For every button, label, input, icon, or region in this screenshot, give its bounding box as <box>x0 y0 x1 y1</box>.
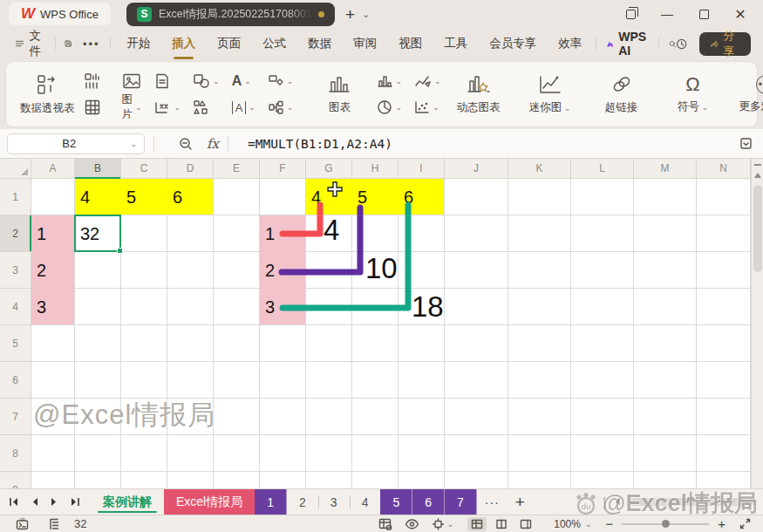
more-objects-button[interactable]: ••• 更多对象 ⌄ <box>739 75 763 114</box>
menu-item-插入[interactable]: 插入 <box>172 36 195 51</box>
select-all-corner[interactable] <box>0 159 31 179</box>
menu-item-数据[interactable]: 数据 <box>308 36 331 51</box>
menu-item-公式[interactable]: 公式 <box>262 36 286 51</box>
outline-icon[interactable] <box>48 518 60 530</box>
sheet-tab-4[interactable]: 4 <box>350 489 381 515</box>
menu-item-审阅[interactable]: 审阅 <box>353 36 377 51</box>
vscroll-thumb[interactable] <box>753 185 762 272</box>
column-header-K[interactable]: K <box>508 159 571 179</box>
sparkline-button[interactable]: 迷你图 ⌄ <box>525 74 576 115</box>
chart-button[interactable]: 图表 <box>314 74 364 115</box>
shapes-button[interactable]: ⌄ <box>193 71 220 92</box>
menu-item-开始[interactable]: 开始 <box>126 36 150 51</box>
zoom-slider-thumb[interactable] <box>662 520 670 528</box>
picture-button[interactable]: 图片⌄ <box>122 97 142 118</box>
sheet-tab-Excel情报局[interactable]: Excel情报局 <box>164 489 255 515</box>
menu-item-效率[interactable]: 效率 <box>558 36 582 51</box>
column-header-M[interactable]: M <box>634 159 697 179</box>
column-chart-button[interactable]: ⌄ <box>377 71 402 92</box>
tab-list-chevron-icon[interactable]: ⌄ <box>362 9 370 20</box>
table-style-icon[interactable] <box>378 518 392 530</box>
menu-item-工具[interactable]: 工具 <box>444 36 467 51</box>
zoom-out-icon[interactable] <box>179 137 193 151</box>
flowchart-button[interactable]: ⌄ <box>268 71 294 92</box>
column-header-H[interactable]: H <box>352 159 399 179</box>
pie-chart-button[interactable]: ⌄ <box>377 97 402 118</box>
eye-icon[interactable] <box>405 519 419 529</box>
textbox-button[interactable]: A⌄ <box>232 97 255 118</box>
close-button[interactable]: ✕ <box>733 7 747 21</box>
new-tab-button[interactable]: + <box>345 6 355 23</box>
sheet-tab-案例讲解[interactable]: 案例讲解 <box>91 489 164 515</box>
workspace-icon[interactable] <box>623 7 637 21</box>
symbol-button[interactable]: Ω 符号 ⌄ <box>668 75 719 114</box>
page-break-view-button[interactable] <box>516 517 535 531</box>
file-embed-button[interactable] <box>154 71 181 92</box>
expand-formula-bar-icon[interactable] <box>739 137 753 150</box>
zoom-slider[interactable] <box>622 523 709 525</box>
pivot-chart-button[interactable] <box>84 71 101 92</box>
share-button[interactable]: 分享 <box>699 32 751 56</box>
fx-button[interactable]: fx <box>207 136 219 152</box>
column-header-B[interactable]: B <box>75 159 121 179</box>
sheet-tab-5[interactable]: 5 <box>380 489 412 515</box>
search-icon[interactable] <box>669 38 676 51</box>
add-sheet-button[interactable]: + <box>508 489 533 515</box>
history-icon[interactable] <box>676 37 687 51</box>
screenshot-button[interactable]: ⌄ <box>154 97 181 118</box>
column-header-C[interactable]: C <box>121 159 167 179</box>
app-home-button[interactable]: W WPS Office <box>9 3 111 25</box>
first-sheet-icon[interactable] <box>9 497 19 507</box>
zoom-level[interactable]: 100% <box>554 518 581 530</box>
page-layout-view-button[interactable] <box>492 517 511 531</box>
column-header-D[interactable]: D <box>167 159 214 179</box>
move-selection-icon[interactable]: ⌄ <box>432 518 454 530</box>
file-menu-button[interactable]: 文件 <box>16 28 45 59</box>
column-header-L[interactable]: L <box>571 159 634 179</box>
column-header-N[interactable]: N <box>697 159 751 179</box>
spreadsheet-grid[interactable]: ABCDEFGHIJKLMN @Excel情报局 123456789456456… <box>0 159 763 488</box>
scroll-up-icon[interactable] <box>754 173 761 178</box>
vertical-scrollbar[interactable] <box>751 159 763 488</box>
wps-ai-label[interactable]: WPS AI <box>618 30 646 58</box>
save-icon[interactable] <box>65 37 72 51</box>
fullscreen-icon[interactable] <box>739 518 751 529</box>
scatter-chart-button[interactable]: ⌄ <box>414 97 441 118</box>
hyperlink-button[interactable]: 超链接 <box>596 74 647 115</box>
sheet-tab-1[interactable]: 1 <box>255 489 287 515</box>
menu-item-视图[interactable]: 视图 <box>399 36 422 51</box>
column-header-G[interactable]: G <box>306 159 352 179</box>
line-chart-button[interactable]: ⌄ <box>414 71 441 92</box>
sheet-tab-3[interactable]: 3 <box>318 489 350 515</box>
column-header-J[interactable]: J <box>445 159 508 179</box>
maximize-button[interactable] <box>697 7 711 21</box>
menu-item-会员专享[interactable]: 会员专享 <box>489 36 536 51</box>
minimize-button[interactable]: — <box>660 7 674 21</box>
prev-sheet-icon[interactable] <box>31 497 38 507</box>
zoom-chevron-icon[interactable]: ⌄ <box>585 520 592 529</box>
menu-item-页面[interactable]: 页面 <box>217 36 241 51</box>
column-header-I[interactable]: I <box>399 159 445 179</box>
name-box[interactable]: B2 ⌄ <box>7 133 145 154</box>
last-sheet-icon[interactable] <box>70 497 80 507</box>
wordart-button[interactable]: A⌄ <box>232 71 255 92</box>
column-header-E[interactable]: E <box>214 159 260 179</box>
sheet-tab-6[interactable]: 6 <box>412 489 445 515</box>
macro-icon[interactable]: VB <box>16 518 29 530</box>
dynamic-chart-button[interactable]: 动态图表 <box>453 74 504 115</box>
next-sheet-icon[interactable] <box>51 497 58 507</box>
sheet-tab-2[interactable]: 2 <box>287 489 318 515</box>
document-tab[interactable]: S Excel情报局.202502251708001 <box>126 3 335 26</box>
column-header-F[interactable]: F <box>260 159 306 179</box>
split-handle-icon[interactable] <box>754 164 761 166</box>
normal-view-button[interactable] <box>467 517 487 531</box>
sheet-tab-7[interactable]: 7 <box>445 489 477 515</box>
more-sheets-button[interactable]: ··· <box>477 489 508 515</box>
pivot-table-button[interactable]: 数据透视表 <box>20 73 75 116</box>
smartart-button[interactable]: ⌄ <box>268 97 294 118</box>
more-commands-icon[interactable]: ••• <box>83 38 100 51</box>
formula-input[interactable]: =MMULT(B1:D1,A2:A4) <box>248 137 392 151</box>
icon-library-button[interactable] <box>193 97 220 118</box>
table-button[interactable] <box>84 97 101 118</box>
column-header-A[interactable]: A <box>31 159 75 179</box>
